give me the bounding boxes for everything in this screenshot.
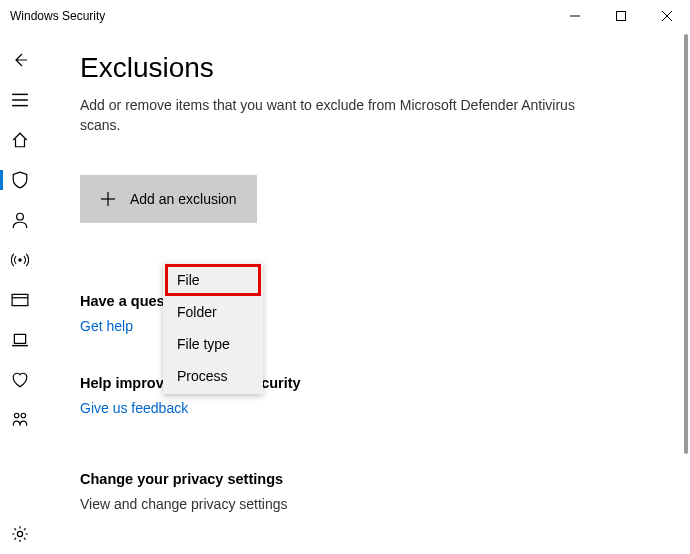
minimize-button[interactable] [552,0,598,32]
laptop-icon [11,331,29,349]
feedback-link[interactable]: Give us feedback [80,400,188,416]
hamburger-menu-button[interactable] [0,80,40,120]
close-icon [662,11,672,21]
back-arrow-icon [12,52,28,68]
nav-account-protection[interactable] [0,200,40,240]
app-window-icon [11,291,29,309]
svg-rect-11 [14,334,25,343]
minimize-icon [570,11,580,21]
svg-point-7 [17,213,24,220]
family-icon [11,411,29,429]
hamburger-icon [11,91,29,109]
get-help-link[interactable]: Get help [80,318,133,334]
nav-firewall[interactable] [0,240,40,280]
dropdown-item-file-type[interactable]: File type [165,328,261,360]
svg-point-8 [18,258,21,261]
nav-virus-protection[interactable] [0,160,40,200]
plus-icon [100,191,116,207]
back-button[interactable] [0,40,40,80]
svg-rect-1 [617,12,626,21]
svg-rect-9 [12,294,28,305]
antenna-icon [11,251,29,269]
add-exclusion-button[interactable]: Add an exclusion [80,175,257,223]
titlebar: Windows Security [0,0,690,32]
sidebar [0,32,40,554]
privacy-heading: Change your privacy settings [80,471,650,487]
nav-settings[interactable] [0,514,40,554]
shield-icon [11,171,29,189]
svg-point-14 [21,413,26,418]
maximize-button[interactable] [598,0,644,32]
exclusion-type-dropdown: File Folder File type Process [163,262,263,394]
svg-point-15 [17,531,22,536]
page-title: Exclusions [80,52,650,84]
gear-icon [11,525,29,543]
window-controls [552,0,690,32]
nav-device-security[interactable] [0,320,40,360]
person-icon [11,211,29,229]
dropdown-item-file[interactable]: File [165,264,261,296]
nav-device-performance[interactable] [0,360,40,400]
svg-point-13 [14,413,19,418]
nav-home[interactable] [0,120,40,160]
maximize-icon [616,11,626,21]
heart-icon [11,371,29,389]
window-title: Windows Security [10,9,552,23]
privacy-line: View and change privacy settings [80,496,288,512]
main-content: Exclusions Add or remove items that you … [40,32,690,554]
nav-app-browser-control[interactable] [0,280,40,320]
scrollbar[interactable] [684,34,688,552]
page-description: Add or remove items that you want to exc… [80,96,590,135]
add-exclusion-label: Add an exclusion [130,191,237,207]
home-icon [11,131,29,149]
close-button[interactable] [644,0,690,32]
dropdown-item-folder[interactable]: Folder [165,296,261,328]
dropdown-item-process[interactable]: Process [165,360,261,392]
scrollbar-thumb[interactable] [684,34,688,454]
nav-family-options[interactable] [0,400,40,440]
